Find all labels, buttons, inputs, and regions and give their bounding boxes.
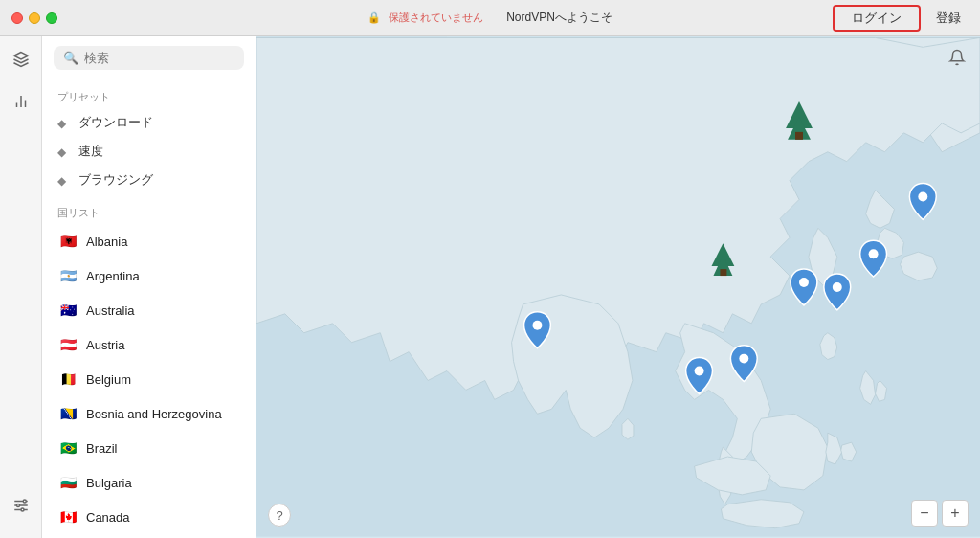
country-austria-label: Austria <box>86 338 124 352</box>
lock-icon: 🔒 <box>368 11 381 24</box>
country-belgium-label: Belgium <box>86 372 131 387</box>
flag-brazil: 🇧🇷 <box>57 437 78 459</box>
login-button[interactable]: ログイン <box>833 5 921 32</box>
country-austria[interactable]: 🇦🇹 Austria <box>42 327 256 362</box>
diamond-icon <box>57 116 71 129</box>
country-belgium[interactable]: 🇧🇪 Belgium <box>42 362 256 396</box>
country-chile[interactable]: 🇨🇱 Chile <box>42 534 256 538</box>
country-canada[interactable]: 🇨🇦 Canada <box>42 500 256 534</box>
presets-label: プリセット <box>42 86 256 108</box>
flag-belgium: 🇧🇪 <box>57 369 78 390</box>
preset-download-label: ダウンロード <box>78 114 153 131</box>
country-brazil-label: Brazil <box>86 441 118 456</box>
country-argentina[interactable]: 🇦🇷 Argentina <box>42 258 256 293</box>
main-content: 🔍 プリセット ダウンロード 速度 ブラウジング 国リスト 🇦🇱 Albania <box>0 36 980 538</box>
zoom-out-button[interactable]: − <box>911 500 938 527</box>
flag-austria: 🇦🇹 <box>57 334 78 355</box>
flag-bosnia: 🇧🇦 <box>57 403 78 424</box>
search-box: 🔍 <box>42 36 256 78</box>
title-bar-right: ログイン 登録 <box>833 5 969 32</box>
icon-sidebar <box>0 36 42 538</box>
country-bosnia-label: Bosnia and Herzegovina <box>86 407 222 421</box>
preset-browsing[interactable]: ブラウジング <box>42 166 256 194</box>
flag-bulgaria: 🇧🇬 <box>57 472 78 493</box>
flag-australia: 🇦🇺 <box>57 300 78 321</box>
preset-speed[interactable]: 速度 <box>42 137 256 166</box>
search-input-wrapper: 🔍 <box>54 46 244 70</box>
country-australia-label: Australia <box>86 303 135 318</box>
country-bosnia[interactable]: 🇧🇦 Bosnia and Herzegovina <box>42 396 256 431</box>
country-bulgaria[interactable]: 🇧🇬 Bulgaria <box>42 465 256 500</box>
svg-marker-0 <box>13 53 28 60</box>
map-controls: − + <box>911 500 969 527</box>
sidebar-bottom <box>8 492 34 528</box>
insecure-label: 保護されていません <box>389 11 483 25</box>
close-button[interactable] <box>11 12 23 24</box>
country-brazil[interactable]: 🇧🇷 Brazil <box>42 431 256 465</box>
svg-rect-20 <box>795 132 803 140</box>
map-area[interactable]: ? − + <box>256 36 980 538</box>
flag-albania: 🇦🇱 <box>57 231 78 252</box>
svg-point-6 <box>23 500 26 503</box>
map-svg <box>256 36 980 538</box>
country-argentina-label: Argentina <box>86 269 140 283</box>
svg-point-12 <box>918 192 927 202</box>
preset-download[interactable]: ダウンロード <box>42 108 256 137</box>
preset-browsing-label: ブラウジング <box>78 171 153 189</box>
svg-point-11 <box>869 249 879 258</box>
layers-icon[interactable] <box>8 46 34 73</box>
search-input[interactable] <box>84 51 245 65</box>
title-bar-center: 🔒 保護されていません NordVPNへようこそ <box>368 10 612 26</box>
page-title: NordVPNへようこそ <box>506 10 612 26</box>
notification-button[interactable] <box>944 44 970 71</box>
svg-point-9 <box>21 508 24 511</box>
diamond-icon-3 <box>57 173 71 187</box>
icon-sidebar-top <box>8 46 34 477</box>
register-button[interactable]: 登録 <box>928 7 969 30</box>
flag-canada: 🇨🇦 <box>57 506 78 527</box>
title-bar: 🔒 保護されていません NordVPNへようこそ ログイン 登録 <box>0 0 980 36</box>
country-albania[interactable]: 🇦🇱 Albania <box>42 224 256 258</box>
settings-icon[interactable] <box>8 492 34 519</box>
svg-point-14 <box>833 282 842 292</box>
panel-scroll[interactable]: プリセット ダウンロード 速度 ブラウジング 国リスト 🇦🇱 Albania 🇦… <box>42 78 256 538</box>
map-help-button[interactable]: ? <box>268 504 291 527</box>
traffic-lights <box>11 12 57 24</box>
country-panel: 🔍 プリセット ダウンロード 速度 ブラウジング 国リスト 🇦🇱 Albania <box>42 36 256 538</box>
svg-point-17 <box>532 321 542 330</box>
svg-point-16 <box>695 367 704 376</box>
country-bulgaria-label: Bulgaria <box>86 476 132 490</box>
zoom-in-button[interactable]: + <box>942 500 969 527</box>
country-canada-label: Canada <box>86 510 130 525</box>
country-australia[interactable]: 🇦🇺 Australia <box>42 293 256 327</box>
country-albania-label: Albania <box>86 235 127 249</box>
svg-rect-23 <box>720 269 726 276</box>
chart-icon[interactable] <box>8 88 34 115</box>
minimize-button[interactable] <box>29 12 40 24</box>
svg-point-7 <box>16 504 19 507</box>
diamond-icon-2 <box>57 145 71 158</box>
countries-label: 国リスト <box>42 202 256 224</box>
svg-point-13 <box>799 278 809 287</box>
preset-speed-label: 速度 <box>78 143 103 160</box>
svg-point-15 <box>739 354 748 364</box>
maximize-button[interactable] <box>46 12 57 24</box>
search-icon: 🔍 <box>63 51 78 65</box>
flag-argentina: 🇦🇷 <box>57 265 78 286</box>
